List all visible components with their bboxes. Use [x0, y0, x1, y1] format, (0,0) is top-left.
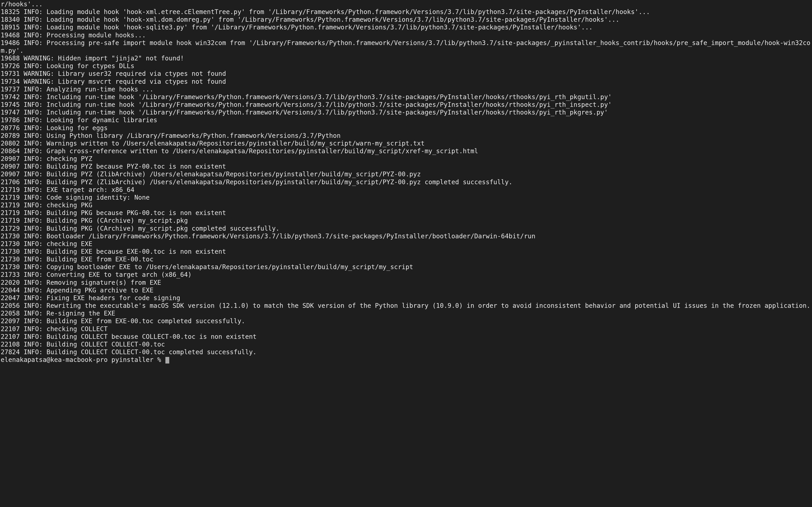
terminal-lines: r/hooks'... 18325 INFO: Loading module h…	[1, 0, 810, 356]
shell-prompt: elenakapatsa@kea-macbook-pro pyinstaller…	[1, 356, 165, 363]
terminal-output[interactable]: r/hooks'... 18325 INFO: Loading module h…	[0, 0, 812, 507]
cursor-block	[165, 357, 169, 363]
